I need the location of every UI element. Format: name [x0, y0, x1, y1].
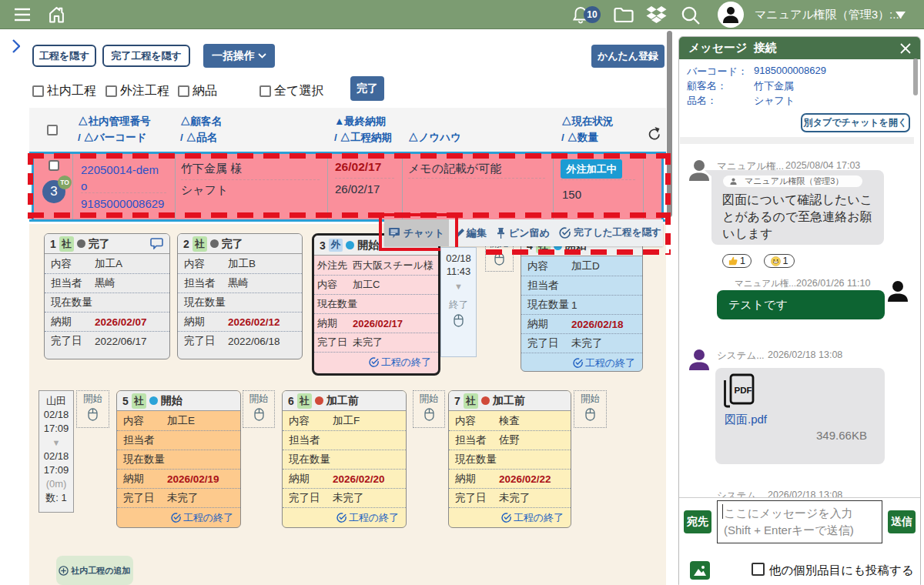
svg-text:PDF: PDF — [735, 386, 752, 395]
